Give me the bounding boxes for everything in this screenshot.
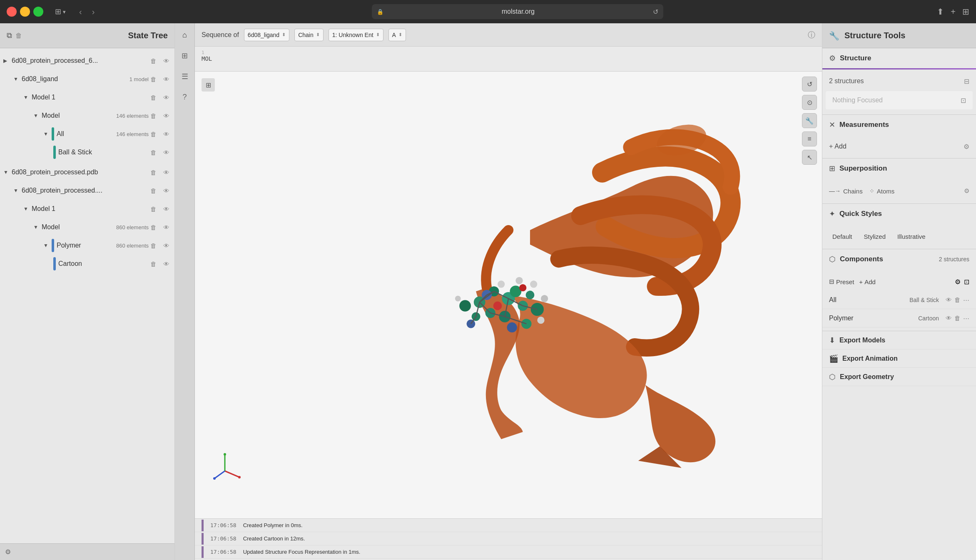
- tabs-icon[interactable]: ⊞: [962, 7, 969, 17]
- tree-toggle[interactable]: ▼: [43, 131, 52, 137]
- tree-visibility-btn[interactable]: 👁: [162, 260, 171, 268]
- tree-visibility-btn[interactable]: 👁: [162, 130, 171, 139]
- tree-item-model1-protein[interactable]: ▼ Model 1 🗑 👁: [0, 200, 174, 218]
- tree-toggle[interactable]: ▼: [23, 94, 32, 100]
- measurements-add-btn[interactable]: + Add: [829, 143, 847, 150]
- export-animation-row[interactable]: 🎬 Export Animation: [822, 349, 976, 368]
- tree-toggle[interactable]: ▼: [13, 76, 22, 82]
- close-button[interactable]: [7, 7, 17, 17]
- chains-option[interactable]: —→ Chains: [829, 188, 863, 195]
- illustrative-style-btn[interactable]: Illustrative: [894, 231, 929, 242]
- delete-icon[interactable]: 🗑: [15, 32, 22, 40]
- structures-copy-icon[interactable]: ⊟: [964, 77, 969, 85]
- tree-item-cartoon[interactable]: Cartoon 🗑 👁: [0, 255, 174, 273]
- default-style-btn[interactable]: Default: [829, 231, 856, 242]
- atoms-option[interactable]: ⁘ Atoms: [869, 188, 895, 195]
- tree-delete-btn[interactable]: 🗑: [149, 205, 158, 213]
- tree-delete-btn[interactable]: 🗑: [149, 112, 158, 120]
- super-tune-icon[interactable]: ⚙: [964, 187, 969, 195]
- tree-item-ligand[interactable]: ▼ 6d08_ligand 1 model 🗑 👁: [0, 70, 174, 88]
- tree-delete-btn[interactable]: 🗑: [149, 93, 158, 102]
- tree-delete-btn[interactable]: 🗑: [149, 148, 158, 157]
- reload-icon[interactable]: ↺: [653, 8, 658, 16]
- comp-more-icon[interactable]: ⋯: [963, 315, 969, 322]
- tree-visibility-btn[interactable]: 👁: [162, 241, 171, 250]
- home-icon[interactable]: ⌂: [180, 28, 189, 42]
- layers-icon[interactable]: ☰: [179, 69, 191, 84]
- help-icon[interactable]: ?: [180, 90, 189, 104]
- tree-toggle[interactable]: ▼: [23, 206, 32, 212]
- tree-visibility-btn[interactable]: 👁: [162, 186, 171, 195]
- settings-btn[interactable]: 🔧: [802, 113, 817, 128]
- tree-visibility-btn[interactable]: 👁: [162, 205, 171, 213]
- comp-delete-icon[interactable]: 🗑: [954, 296, 961, 303]
- focus-icon[interactable]: ⊡: [961, 97, 966, 104]
- tree-delete-btn[interactable]: 🗑: [149, 241, 158, 250]
- tree-delete-btn[interactable]: 🗑: [149, 57, 158, 65]
- new-tab-icon[interactable]: +: [951, 7, 956, 17]
- pointer-btn[interactable]: ↖: [802, 150, 817, 165]
- tune-icon[interactable]: ⚙: [5, 548, 11, 556]
- entity-select[interactable]: 1: Unknown Ent ⬍: [329, 29, 383, 41]
- comp-visibility-icon[interactable]: 👁: [946, 296, 952, 303]
- tree-delete-btn[interactable]: 🗑: [149, 223, 158, 232]
- tree-delete-btn[interactable]: 🗑: [149, 75, 158, 84]
- add-comp-btn[interactable]: + Add: [859, 278, 875, 285]
- tree-item-protein-6[interactable]: ▶ 6d08_protein_processed_6... 🗑 👁: [0, 52, 174, 70]
- controls-btn[interactable]: ≡: [802, 131, 817, 146]
- save-icon[interactable]: ⊞: [202, 78, 215, 92]
- tree-item-protein-dots[interactable]: ▼ 6d08_protein_processed.... 🗑 👁: [0, 181, 174, 200]
- chain-id-select[interactable]: A ⬍: [388, 29, 406, 41]
- chain-select[interactable]: Chain ⬍: [294, 29, 324, 41]
- tree-visibility-btn[interactable]: 👁: [162, 148, 171, 157]
- tree-delete-btn[interactable]: 🗑: [149, 130, 158, 139]
- tree-item-model-860[interactable]: ▼ Model 860 elements 🗑 👁: [0, 218, 174, 236]
- back-button[interactable]: ‹: [76, 5, 85, 18]
- tree-item-model1-ligand[interactable]: ▼ Model 1 🗑 👁: [0, 88, 174, 107]
- tree-visibility-btn[interactable]: 👁: [162, 223, 171, 232]
- tree-item-protein-pdb[interactable]: ▼ 6d08_protein_processed.pdb 🗑 👁: [0, 163, 174, 181]
- forward-button[interactable]: ›: [89, 5, 98, 18]
- measurements-section-header[interactable]: ✕ Measurements: [822, 115, 976, 135]
- quick-styles-header[interactable]: ✦ Quick Styles: [822, 204, 976, 224]
- tree-delete-btn[interactable]: 🗑: [149, 186, 158, 195]
- fullscreen-button[interactable]: [33, 7, 43, 17]
- urlbar[interactable]: 🔒 molstar.org ↺: [372, 4, 663, 19]
- tree-toggle[interactable]: ▼: [33, 224, 42, 230]
- share-icon[interactable]: ⬆: [937, 7, 944, 17]
- tree-item-ball-stick[interactable]: Ball & Stick 🗑 👁: [0, 143, 174, 161]
- tree-visibility-btn[interactable]: 👁: [162, 75, 171, 84]
- viewport[interactable]: ⊞: [195, 72, 822, 518]
- tree-item-polymer-860[interactable]: ▼ Polymer 860 elements 🗑 👁: [0, 236, 174, 255]
- grid-icon[interactable]: ⊞: [179, 49, 190, 63]
- comp-visibility-icon[interactable]: 👁: [946, 315, 952, 322]
- comp-export-icon[interactable]: ⊡: [964, 278, 969, 286]
- tree-toggle[interactable]: ▼: [3, 169, 12, 175]
- export-geometry-row[interactable]: ⬡ Export Geometry: [822, 368, 976, 386]
- stylized-style-btn[interactable]: Stylized: [861, 231, 889, 242]
- tree-delete-btn[interactable]: 🗑: [149, 260, 158, 268]
- tree-toggle[interactable]: ▼: [33, 113, 42, 119]
- tree-toggle[interactable]: ▼: [43, 243, 52, 248]
- minimize-button[interactable]: [20, 7, 30, 17]
- ligand-select[interactable]: 6d08_ligand ⬍: [244, 29, 289, 41]
- tune-icon[interactable]: ⚙: [964, 143, 969, 151]
- tree-item-model-146[interactable]: ▼ Model 146 elements 🗑 👁: [0, 107, 174, 125]
- comp-tune-icon[interactable]: ⚙: [955, 278, 961, 286]
- comp-more-icon[interactable]: ⋯: [963, 296, 969, 304]
- tree-visibility-btn[interactable]: 👁: [162, 112, 171, 120]
- components-section-header[interactable]: ⬡ Components 2 structures: [822, 249, 976, 269]
- tree-visibility-btn[interactable]: 👁: [162, 57, 171, 65]
- structure-section-header[interactable]: ⚙ Structure: [822, 48, 976, 68]
- preset-btn[interactable]: ⊟ Preset: [829, 278, 854, 285]
- reset-view-btn[interactable]: ↺: [802, 77, 817, 92]
- superposition-section-header[interactable]: ⊞ Superposition: [822, 159, 976, 178]
- focus-btn[interactable]: ⊙: [802, 95, 817, 110]
- tree-item-all-146[interactable]: ▼ All 146 elements 🗑 👁: [0, 125, 174, 143]
- sidebar-toggle[interactable]: ⊞▾: [55, 7, 66, 16]
- tree-toggle[interactable]: ▶: [3, 58, 12, 64]
- help-icon[interactable]: ⓘ: [808, 30, 815, 40]
- tree-visibility-btn[interactable]: 👁: [162, 93, 171, 102]
- tree-toggle[interactable]: ▼: [13, 188, 22, 193]
- comp-delete-icon[interactable]: 🗑: [954, 315, 961, 322]
